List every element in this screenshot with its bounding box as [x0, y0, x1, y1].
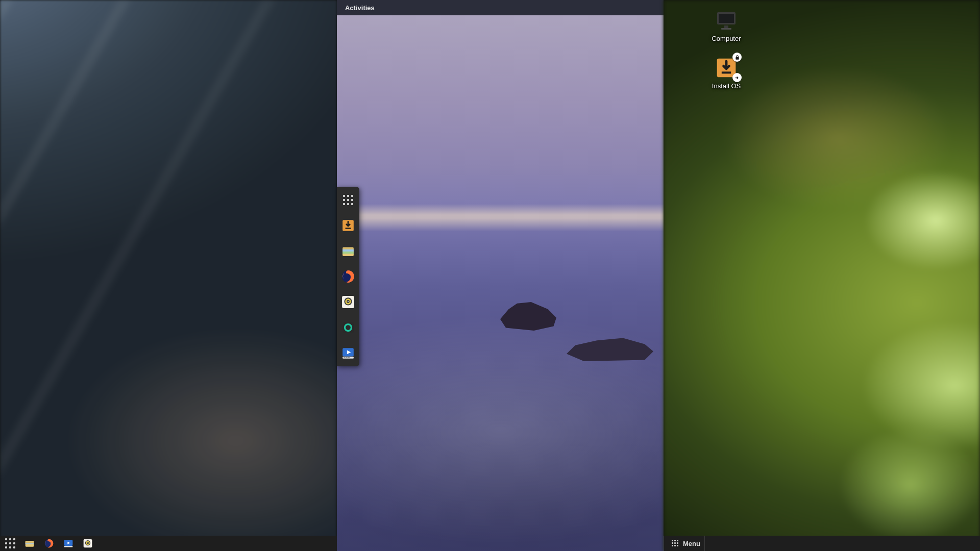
apps-grid-icon[interactable] — [4, 537, 16, 549]
keyring-icon[interactable] — [341, 320, 355, 335]
video-icon[interactable] — [341, 346, 355, 360]
desktop-variant-3-cinnamon: Computer — [664, 0, 980, 551]
apps-grid-icon[interactable] — [341, 193, 355, 207]
desktop-icon-label: Computer — [712, 35, 741, 42]
svg-rect-13 — [346, 228, 351, 229]
svg-rect-38 — [736, 57, 739, 60]
gnome-dock — [337, 187, 359, 366]
rhythmbox-icon[interactable] — [82, 537, 94, 549]
rhythmbox-icon[interactable] — [341, 295, 355, 309]
svg-point-23 — [348, 301, 349, 302]
svg-rect-35 — [721, 28, 731, 30]
menu-button[interactable]: Menu — [668, 536, 705, 551]
activities-button[interactable]: Activities — [342, 4, 378, 12]
bottom-panel-right: Menu — [664, 536, 980, 551]
desktop-icon-install-os[interactable]: Install OS — [693, 57, 760, 90]
firefox-icon[interactable] — [341, 269, 355, 284]
svg-rect-33 — [719, 14, 734, 23]
svg-rect-16 — [342, 252, 354, 254]
desktop-icon-computer[interactable]: Computer — [693, 11, 760, 42]
installer-icon[interactable] — [341, 218, 355, 233]
bottom-panel-left — [0, 536, 337, 551]
desktop-icon-area: Computer — [693, 11, 760, 90]
desktop-variant-1 — [0, 0, 337, 551]
svg-rect-29 — [344, 357, 345, 358]
svg-rect-17 — [342, 254, 354, 256]
svg-rect-31 — [348, 357, 350, 358]
apps-grid-icon — [672, 540, 679, 547]
shortcut-emblem-icon — [732, 73, 742, 82]
svg-rect-2 — [26, 542, 34, 543]
desktop-icon-label: Install OS — [712, 82, 741, 90]
lock-emblem-icon — [732, 53, 742, 62]
video-icon[interactable] — [62, 537, 75, 549]
files-icon[interactable] — [341, 244, 355, 258]
installer-icon — [715, 57, 738, 79]
desktop-variant-2-gnome: Activities — [337, 0, 664, 551]
svg-point-11 — [87, 542, 88, 543]
menu-button-label: Menu — [683, 540, 700, 547]
svg-rect-1 — [26, 543, 34, 544]
svg-rect-37 — [722, 71, 731, 73]
wallpaper-seascape — [337, 0, 664, 551]
firefox-icon[interactable] — [43, 537, 55, 549]
wallpaper-branches — [0, 0, 337, 551]
computer-icon — [715, 11, 738, 32]
gnome-top-bar: Activities — [337, 0, 664, 15]
svg-rect-6 — [64, 546, 73, 547]
files-icon[interactable] — [23, 537, 36, 549]
svg-rect-30 — [346, 357, 348, 358]
svg-rect-34 — [724, 26, 728, 28]
svg-rect-15 — [342, 249, 354, 252]
